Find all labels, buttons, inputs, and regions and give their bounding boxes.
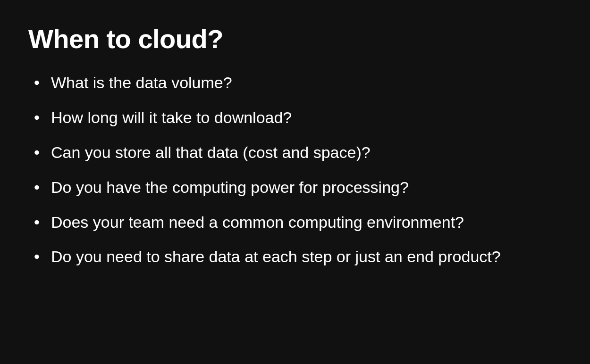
bullet-list: What is the data volume? How long will i… (28, 72, 562, 268)
list-item: How long will it take to download? (51, 107, 562, 129)
list-item: Do you need to share data at each step o… (51, 246, 562, 268)
slide-title: When to cloud? (28, 24, 562, 54)
list-item: What is the data volume? (51, 72, 562, 94)
list-item: Does your team need a common computing e… (51, 212, 562, 233)
list-item: Can you store all that data (cost and sp… (51, 142, 562, 164)
list-item: Do you have the computing power for proc… (51, 177, 562, 199)
